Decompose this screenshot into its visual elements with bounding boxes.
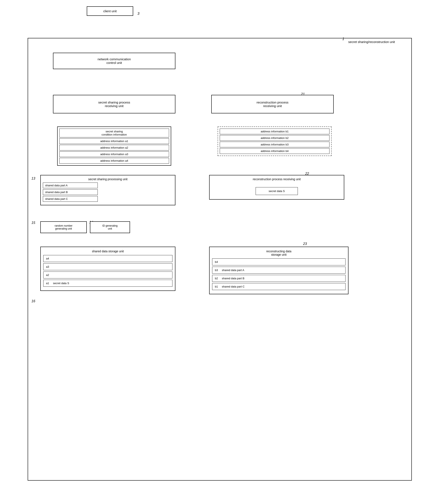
id-gen-label: ID generatingunit [102, 224, 118, 230]
info-row-b2: address information b2 [220, 135, 329, 141]
sspru-box: secret sharing processreceiving unit [53, 95, 175, 113]
storage-key-a4: a4 [46, 257, 51, 260]
sdsu-box: shared data storage unit a4 a3 a2 a1 sec… [40, 247, 175, 291]
sspu-box: secret sharing processing unit shared da… [40, 175, 175, 205]
storage-key-a1: a1 [46, 282, 51, 285]
storage-val-b2: shared data part B [222, 277, 244, 280]
storage-key-b3: b3 [215, 269, 220, 272]
storage-key-a2: a2 [46, 273, 51, 277]
rpru-mid-box: reconstruction process receiving unit se… [209, 175, 344, 200]
info-boxes-right: address information b1 address informati… [218, 126, 332, 156]
info-boxes-left: secret sharingcondition information addr… [57, 126, 171, 166]
sdsu-label: shared data storage unit [43, 250, 172, 253]
rng-label: random numbergenerating unit [55, 224, 73, 230]
client-unit-box: client unit [87, 6, 133, 16]
sspru-label: secret sharing processreceiving unit [98, 100, 130, 108]
nccu-box: network communicationcontrol unit [53, 53, 175, 69]
storage-key-b2: b2 [215, 277, 220, 280]
storage-row-a2: a2 [43, 271, 172, 279]
info-row-b3: address information b3 [220, 142, 329, 147]
rng-box: random numbergenerating unit [40, 221, 87, 233]
shared-part-a: shared data part A [43, 182, 98, 188]
nccu-label: network communicationcontrol unit [97, 57, 131, 64]
storage-key-b1: b1 [215, 285, 220, 288]
sspu-label: secret sharing processing unit [43, 178, 173, 181]
storage-row-a3: a3 [43, 263, 172, 270]
info-row-a2: address information a2 [59, 145, 169, 151]
info-row-a4: address information a4 [59, 158, 169, 163]
storage-row-b3: b3 shared data part A [212, 267, 346, 274]
main-ref-label: 1 [342, 37, 344, 41]
storage-row-b1: b1 shared data part C [212, 283, 346, 290]
sdsu-ref: 16 [31, 299, 35, 303]
storage-row-b2: b2 shared data part B [212, 275, 346, 282]
rdsu-box: reconstructing datastorage unit b4 b3 sh… [209, 247, 348, 294]
storage-val-b1: shared data part C [222, 285, 245, 288]
rdsu-ref: 23 [303, 242, 307, 246]
storage-val-a1: secret data S [53, 282, 69, 285]
id-gen-box: ID generatingunit [90, 221, 130, 233]
info-row-condition: secret sharingcondition information [59, 129, 169, 137]
storage-row-a1: a1 secret data S [43, 280, 172, 287]
storage-key-a3: a3 [46, 265, 51, 268]
shared-part-b: shared data part B [43, 189, 98, 195]
info-row-a3: address information a3 [59, 151, 169, 157]
info-row-a1: address information a1 [59, 138, 169, 144]
rpru-top-label: reconstruction processreceiving unit [257, 100, 289, 108]
storage-row-a4: a4 [43, 255, 172, 262]
rdsu-label: reconstructing datastorage unit [212, 250, 346, 256]
info-row-b1: address information b1 [220, 129, 329, 134]
storage-key-b4: b4 [215, 260, 220, 263]
secret-data-s: secret data S [256, 187, 298, 195]
storage-row-b4: b4 [212, 258, 346, 265]
rng-ref: 15 [31, 221, 35, 225]
client-unit-label: client unit [103, 9, 116, 13]
rpru-mid-label: reconstruction process receiving unit [212, 178, 342, 181]
storage-val-b3: shared data part A [222, 269, 244, 272]
info-row-b4: address information b4 [220, 148, 329, 154]
client-ref-label: 3 [137, 12, 139, 16]
sspu-ref: 13 [31, 177, 35, 180]
shared-part-c: shared data part C [43, 196, 98, 202]
rpru-top-box: reconstruction processreceiving unit [211, 95, 334, 113]
main-title-label: secret sharing/reconstruction unit [348, 40, 395, 44]
